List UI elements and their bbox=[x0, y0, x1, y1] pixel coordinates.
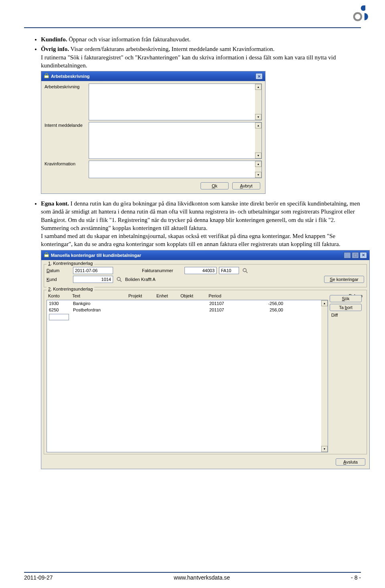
tab-kontreringsunderlag-1[interactable]: 1. Kontreringsunderlag bbox=[47, 261, 94, 266]
scroll-up-icon[interactable]: ▴ bbox=[255, 161, 261, 167]
svg-line-6 bbox=[120, 280, 122, 282]
footer-date: 2011-09-27 bbox=[24, 574, 53, 581]
table-row[interactable]: 6250 Postbefordran 201107 256,00 bbox=[47, 307, 328, 313]
bullet-text: I denna rutin kan du göra bokningar på d… bbox=[41, 200, 360, 231]
col-period: Period bbox=[209, 293, 245, 298]
list-item: Övrig info. Visar ordern/fakturans arbet… bbox=[41, 45, 361, 69]
svg-point-0 bbox=[354, 13, 361, 20]
grid-header: Konto Text Projekt Enhet Objekt Period B… bbox=[47, 293, 364, 298]
avsluta-button[interactable]: Avsluta bbox=[336, 458, 365, 466]
col-objekt: Objekt bbox=[180, 293, 209, 298]
dialog-titlebar[interactable]: Manuella konteringar till kundinbetalnin… bbox=[41, 250, 369, 260]
datum-label: Datum bbox=[47, 268, 71, 273]
internt-textarea[interactable]: ▴▾ bbox=[89, 122, 262, 159]
arbetsbeskrivning-label: Arbetsbeskrivning bbox=[45, 83, 89, 89]
minimize-icon[interactable]: _ bbox=[344, 252, 351, 258]
sok-button[interactable]: Sök bbox=[330, 295, 362, 302]
kravinfo-label: Kravinformation bbox=[45, 161, 89, 166]
groupbox-kontreringsunderlag-1: 1. Kontreringsunderlag Datum 2011-07-06 … bbox=[44, 264, 367, 287]
arbetsbeskrivning-textarea[interactable]: ▴▾ bbox=[89, 83, 262, 120]
window-icon bbox=[44, 73, 49, 79]
list-item: Egna kont. I denna rutin kan du göra bok… bbox=[41, 199, 361, 248]
svg-rect-2 bbox=[45, 254, 49, 257]
kund-input[interactable]: 1014 bbox=[73, 276, 113, 283]
col-projekt: Projekt bbox=[128, 293, 156, 298]
fakturanummer-label: Fakturanummer bbox=[142, 268, 182, 273]
tab-kontreringsunderlag-2[interactable]: 2. Kontreringsunderlag bbox=[47, 287, 94, 291]
avbryt-button[interactable]: Avbryt bbox=[232, 182, 260, 189]
table-row[interactable]: 1930 Bankgiro 201107 -256,00 bbox=[47, 300, 328, 307]
svg-line-4 bbox=[246, 271, 247, 273]
maximize-icon[interactable]: ▢ bbox=[352, 252, 359, 258]
scrollbar[interactable]: ▴▾ bbox=[255, 161, 261, 178]
window-icon bbox=[44, 252, 49, 258]
svg-point-5 bbox=[117, 277, 120, 281]
tabort-button[interactable]: Ta bort bbox=[330, 304, 362, 311]
dialog-manuella-konteringar: Manuella konteringar till kundinbetalnin… bbox=[41, 250, 370, 469]
scroll-down-icon[interactable]: ▾ bbox=[321, 446, 328, 452]
col-konto: Konto bbox=[48, 293, 72, 298]
internt-label: Internt meddelande bbox=[45, 122, 89, 128]
bullet-list-1: Kundinfo. Öppnar och visar information f… bbox=[24, 35, 361, 69]
fakturaserie-input[interactable]: FA10 bbox=[219, 267, 239, 274]
scrollbar[interactable]: ▴ ▾ bbox=[321, 300, 328, 452]
footer-url: www.hantverksdata.se bbox=[174, 574, 230, 581]
col-text: Text bbox=[72, 293, 128, 298]
col-enhet: Enhet bbox=[156, 293, 180, 298]
bullet-paragraph: I rutinerna "Sök i fakturaregistret" och… bbox=[41, 53, 361, 70]
svg-point-3 bbox=[243, 269, 246, 272]
se-konteringar-button[interactable]: Se konteringar bbox=[324, 276, 364, 283]
scroll-down-icon[interactable]: ▾ bbox=[255, 114, 261, 120]
bullet-text: Visar ordern/fakturans arbetsbeskrivning… bbox=[69, 46, 274, 52]
scroll-up-icon[interactable]: ▴ bbox=[255, 84, 261, 90]
company-logo bbox=[351, 4, 369, 22]
dialog-title: Manuella konteringar till kundinbetalnin… bbox=[51, 253, 141, 258]
close-icon[interactable]: ✕ bbox=[360, 252, 367, 258]
konto-input[interactable] bbox=[49, 314, 69, 320]
svg-rect-1 bbox=[45, 75, 49, 78]
kund-name-text: Boliden Krafft A bbox=[125, 277, 156, 282]
datum-input[interactable]: 2011-07-06 bbox=[73, 267, 113, 274]
scrollbar[interactable]: ▴▾ bbox=[255, 84, 261, 120]
bullet-label: Egna kont. bbox=[41, 200, 69, 207]
bullet-label: Övrig info. bbox=[41, 46, 69, 52]
footer-page: - 8 - bbox=[351, 574, 361, 581]
scroll-down-icon[interactable]: ▾ bbox=[255, 172, 261, 178]
bullet-paragraph: I samband med att du skapar en inbetalni… bbox=[41, 232, 361, 248]
bullet-text: Öppnar och visar information från faktur… bbox=[67, 36, 190, 43]
kund-label: Kund bbox=[47, 277, 71, 282]
grid-body[interactable]: 1930 Bankgiro 201107 -256,00 6250 Postbe… bbox=[47, 300, 328, 452]
groupbox-kontreringsunderlag-2: 2. Kontreringsunderlag Sök Ta bort Diff … bbox=[44, 290, 367, 454]
search-icon[interactable] bbox=[116, 276, 123, 283]
table-row[interactable] bbox=[47, 313, 328, 322]
bullet-label: Kundinfo. bbox=[41, 36, 67, 43]
bullet-list-2: Egna kont. I denna rutin kan du göra bok… bbox=[24, 199, 361, 248]
scroll-down-icon[interactable]: ▾ bbox=[255, 153, 261, 159]
page-footer: 2011-09-27 www.hantverksdata.se - 8 - bbox=[24, 572, 361, 581]
scrollbar[interactable]: ▴▾ bbox=[255, 122, 261, 159]
close-icon[interactable]: ✕ bbox=[255, 73, 263, 79]
scroll-up-icon[interactable]: ▴ bbox=[321, 300, 328, 306]
diff-label: Diff bbox=[330, 313, 362, 317]
search-icon[interactable] bbox=[241, 267, 249, 274]
list-item: Kundinfo. Öppnar och visar information f… bbox=[41, 35, 361, 43]
dialog-titlebar[interactable]: Arbetsbeskrivning ✕ bbox=[41, 71, 265, 81]
fakturanummer-input[interactable]: 44003 bbox=[184, 267, 217, 274]
scroll-up-icon[interactable]: ▴ bbox=[255, 122, 261, 128]
dialog-title: Arbetsbeskrivning bbox=[51, 74, 90, 79]
header-rule bbox=[24, 27, 361, 28]
dialog-arbetsbeskrivning: Arbetsbeskrivning ✕ Arbetsbeskrivning ▴▾… bbox=[41, 71, 265, 194]
kravinfo-textarea[interactable]: ▴▾ bbox=[89, 161, 262, 178]
ok-button[interactable]: Ok bbox=[201, 182, 229, 189]
